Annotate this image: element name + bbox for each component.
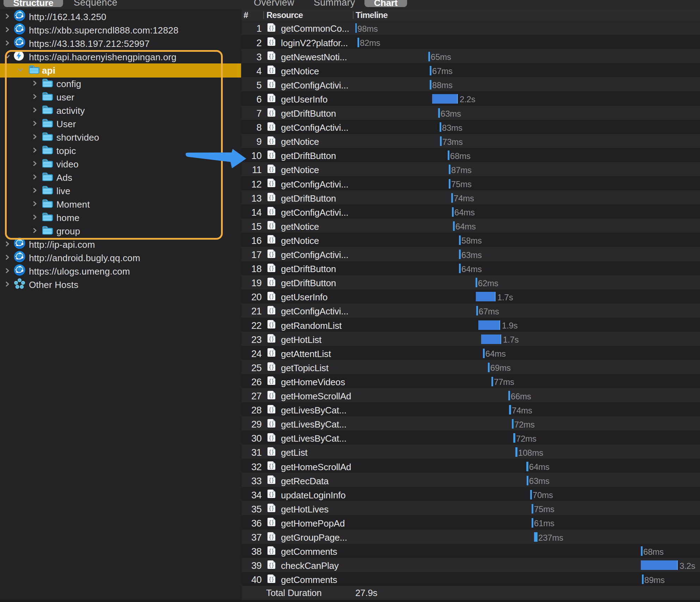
svg-text:{: {	[269, 223, 271, 228]
svg-text:}: }	[272, 25, 274, 31]
svg-text:{: {	[269, 322, 271, 327]
svg-text:{: {	[269, 280, 271, 285]
svg-text:}: }	[272, 308, 274, 313]
svg-text:{: {	[269, 294, 271, 299]
svg-text:{: {	[269, 265, 271, 271]
svg-text:{: {	[269, 491, 271, 497]
svg-text:}: }	[272, 562, 274, 568]
svg-text:}: }	[272, 463, 274, 469]
svg-text:{: {	[269, 520, 271, 525]
svg-text:}: }	[272, 336, 274, 342]
svg-text:{: {	[269, 166, 271, 172]
svg-text:}: }	[272, 364, 274, 370]
svg-text:}: }	[272, 110, 274, 115]
svg-text:}: }	[272, 152, 274, 158]
svg-text:}: }	[272, 294, 274, 299]
svg-text:}: }	[272, 378, 274, 384]
svg-text:{: {	[269, 576, 271, 582]
svg-text:{: {	[269, 308, 271, 313]
svg-text:}: }	[272, 322, 274, 327]
svg-text:}: }	[272, 406, 274, 412]
svg-text:{: {	[269, 124, 271, 129]
svg-text:{: {	[269, 350, 271, 356]
svg-text:}: }	[272, 421, 274, 426]
svg-text:}: }	[272, 251, 274, 257]
svg-text:}: }	[272, 477, 274, 483]
svg-text:{: {	[269, 67, 271, 73]
svg-text:}: }	[272, 138, 274, 144]
svg-text:{: {	[269, 152, 271, 158]
svg-text:{: {	[269, 110, 271, 115]
svg-text:{: {	[269, 449, 271, 455]
svg-text:{: {	[269, 392, 271, 398]
svg-text:{: {	[269, 548, 271, 553]
svg-text:{: {	[269, 195, 271, 200]
svg-text:{: {	[269, 96, 271, 101]
svg-text:}: }	[272, 180, 274, 186]
svg-text:}: }	[272, 166, 274, 172]
svg-text:}: }	[272, 576, 274, 582]
svg-text:}: }	[272, 520, 274, 525]
svg-text:{: {	[269, 435, 271, 441]
svg-text:{: {	[269, 421, 271, 426]
svg-text:}: }	[272, 350, 274, 356]
svg-text:}: }	[272, 81, 274, 87]
svg-text:}: }	[272, 491, 274, 497]
svg-text:{: {	[269, 251, 271, 257]
svg-text:{: {	[269, 378, 271, 384]
svg-text:}: }	[272, 195, 274, 200]
svg-text:}: }	[272, 392, 274, 398]
svg-text:{: {	[269, 336, 271, 342]
svg-text:}: }	[272, 265, 274, 271]
svg-text:{: {	[269, 364, 271, 370]
svg-text:}: }	[272, 435, 274, 441]
svg-text:{: {	[269, 406, 271, 412]
svg-text:{: {	[269, 463, 271, 469]
svg-text:}: }	[272, 124, 274, 129]
svg-text:{: {	[269, 237, 271, 242]
svg-text:{: {	[269, 138, 271, 144]
svg-text:{: {	[269, 562, 271, 568]
svg-text:}: }	[272, 534, 274, 539]
svg-text:{: {	[269, 53, 271, 59]
svg-text:}: }	[272, 39, 274, 45]
svg-text:}: }	[272, 96, 274, 101]
svg-text:{: {	[269, 81, 271, 87]
svg-text:{: {	[269, 505, 271, 511]
svg-text:{: {	[269, 477, 271, 483]
svg-text:{: {	[269, 25, 271, 31]
svg-text:}: }	[272, 53, 274, 59]
svg-text:}: }	[272, 449, 274, 455]
svg-text:{: {	[269, 180, 271, 186]
svg-text:}: }	[272, 223, 274, 228]
svg-text:{: {	[269, 534, 271, 539]
svg-text:{: {	[269, 39, 271, 45]
svg-text:}: }	[272, 280, 274, 285]
svg-text:}: }	[272, 505, 274, 511]
svg-text:}: }	[272, 209, 274, 214]
svg-text:{: {	[269, 209, 271, 214]
svg-text:}: }	[272, 67, 274, 73]
svg-text:}: }	[272, 548, 274, 553]
svg-text:}: }	[272, 237, 274, 242]
